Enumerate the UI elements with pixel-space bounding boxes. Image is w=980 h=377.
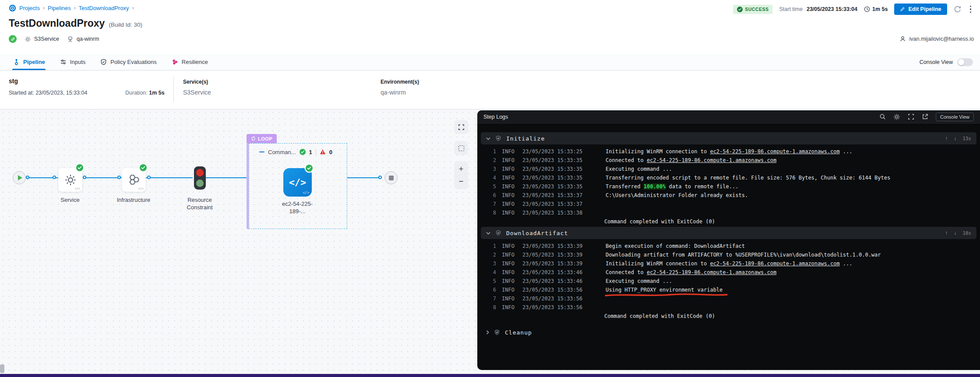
console-view-toggle[interactable]: [957, 58, 973, 66]
section-name: Cleanup: [505, 329, 532, 336]
log-timestamp: 23/05/2023 15:33:46: [522, 278, 584, 284]
log-text: Executing command ...: [606, 278, 672, 284]
refresh-icon[interactable]: [954, 5, 962, 13]
resilience-icon: [172, 59, 178, 65]
log-footer: Command completed with ExitCode (0): [477, 217, 980, 226]
hexagons-icon: [128, 174, 140, 186]
more-options-icon[interactable]: [968, 5, 973, 14]
log-search-icon[interactable]: [879, 113, 886, 120]
scroll-up-icon[interactable]: ↑: [945, 135, 948, 141]
log-timestamp: 23/05/2023 15:33:35: [522, 175, 584, 181]
log-message: Connected to ec2-54-225-189-86.compute-1…: [606, 157, 776, 163]
log-lines: 1INFO23/05/2023 15:33:39Begin execution …: [477, 239, 980, 312]
tags-row: S3Service qa-winrm: [9, 35, 99, 43]
edge-dot: [53, 176, 56, 179]
log-timestamp: 23/05/2023 15:33:46: [522, 269, 584, 275]
log-line-number: 1: [477, 148, 496, 155]
log-level: INFO: [502, 269, 515, 275]
log-text: Using HTTP_PROXY environment variable: [606, 287, 723, 293]
section-duration: 18s: [962, 230, 971, 236]
log-level: INFO: [502, 175, 515, 181]
log-fullscreen-icon[interactable]: [908, 113, 914, 120]
log-section-header-downloadartifact[interactable]: DownloadArtifact↑↓18s: [481, 227, 976, 239]
pipeline-icon: [13, 59, 20, 65]
scroll-down-icon[interactable]: ↓: [954, 135, 956, 141]
log-lines: 1INFO23/05/2023 15:33:25Initializing Win…: [477, 144, 980, 217]
resource-constraint-label: Resource Constraint: [174, 196, 225, 211]
log-line-number: 2: [477, 252, 496, 258]
tab-inputs[interactable]: Inputs: [60, 59, 85, 65]
start-time-label: Start time: [779, 6, 803, 12]
log-line-number: 2: [477, 157, 496, 163]
log-line: 4INFO23/05/2023 15:33:46Connected to ec2…: [477, 268, 980, 277]
tab-policy-evaluations[interactable]: Policy Evaluations: [100, 59, 157, 65]
collapse-minus-icon[interactable]: [259, 152, 264, 153]
tab-resilience[interactable]: Resilience: [172, 59, 208, 65]
console-view-button[interactable]: Console View: [936, 113, 974, 121]
environment-tag: qa-winrm: [67, 36, 99, 42]
fit-to-screen-button[interactable]: [454, 120, 468, 134]
edge: [206, 177, 247, 178]
log-timestamp: 23/05/2023 15:33:37: [522, 192, 584, 198]
log-link[interactable]: ec2-54-225-189-86.compute-1.amazonaws.co…: [710, 261, 839, 267]
shield-check-icon: [495, 230, 501, 236]
log-text: Downloading artifact from ARTIFACTORY to…: [606, 252, 881, 258]
infrastructure-step-node[interactable]: </>: [122, 168, 146, 192]
log-line-number: 5: [477, 278, 496, 284]
breadcrumb-pipelines[interactable]: Pipelines: [48, 5, 71, 11]
log-link[interactable]: ec2-54-225-189-86.compute-1.amazonaws.co…: [647, 269, 776, 275]
log-level: INFO: [502, 192, 515, 198]
scroll-down-icon[interactable]: ↓: [954, 230, 956, 236]
command-step-node[interactable]: </> </>: [283, 168, 312, 197]
chevron-down-icon[interactable]: [486, 232, 490, 235]
service-tag: S3Service: [25, 36, 59, 42]
chevron-down-icon[interactable]: [486, 137, 490, 140]
log-line-number: 7: [477, 201, 496, 207]
page-title: TestDownloadProxy: [9, 18, 105, 29]
log-section-header-initialize[interactable]: Initialize↑↓13s: [481, 132, 976, 144]
log-level: INFO: [502, 261, 515, 267]
zoom-out-button[interactable]: −: [459, 177, 464, 185]
warning-count-icon: [320, 149, 326, 155]
loop-badge: LOOP: [247, 134, 277, 143]
service-step-node[interactable]: </>: [58, 168, 82, 192]
breadcrumb-separator: ›: [132, 5, 134, 11]
scroll-up-icon[interactable]: ↑: [945, 230, 948, 236]
breadcrumb: Projects › Pipelines › TestDownloadProxy…: [9, 4, 134, 12]
log-text: ...: [840, 261, 853, 267]
zoom-in-button[interactable]: +: [459, 165, 464, 173]
log-line: 8INFO23/05/2023 15:33:56: [477, 303, 980, 312]
edit-pipeline-button[interactable]: Edit Pipeline: [894, 4, 947, 15]
log-level: INFO: [502, 183, 515, 190]
gear-icon: [64, 174, 77, 186]
clock-icon: [864, 6, 870, 12]
breadcrumb-pipeline-name[interactable]: TestDownloadProxy: [79, 5, 129, 11]
edge-dot: [26, 176, 29, 179]
log-line-number: 4: [477, 175, 496, 181]
step-type-glyph: </>: [74, 187, 80, 190]
scrollbar-thumb[interactable]: [0, 364, 4, 373]
log-settings-icon[interactable]: [893, 113, 900, 120]
log-section-header-cleanup[interactable]: Cleanup: [481, 327, 976, 338]
log-timestamp: 23/05/2023 15:33:56: [522, 304, 584, 310]
resource-constraint-node[interactable]: [194, 166, 206, 190]
active-tab-underline: [12, 69, 46, 70]
infrastructure-node-label: Infrastructure: [109, 196, 158, 204]
log-link[interactable]: ec2-54-225-189-86.compute-1.amazonaws.co…: [710, 148, 839, 155]
log-line-number: 6: [477, 192, 496, 198]
code-icon: </>: [289, 177, 307, 188]
tab-pipeline[interactable]: Pipeline: [13, 59, 45, 65]
chevron-right-icon[interactable]: [486, 330, 489, 335]
command-group-row[interactable]: Comman... 1 0: [259, 148, 332, 155]
pipeline-canvas: </> Service </> Infrastructure Resource …: [0, 109, 980, 377]
log-link[interactable]: ec2-54-225-189-86.compute-1.amazonaws.co…: [647, 157, 776, 163]
play-icon: [18, 175, 22, 180]
marquee-select-button[interactable]: [454, 141, 468, 155]
stage-name: stg: [9, 78, 18, 85]
environments-label: Environment(s): [381, 79, 419, 85]
breadcrumb-projects[interactable]: Projects: [19, 5, 40, 11]
log-line-number: 7: [477, 296, 496, 302]
log-external-link-icon[interactable]: [922, 113, 928, 120]
user-email: ivan.mijailovic@harness.io: [899, 35, 974, 42]
duration-badge: 1m 5s: [864, 6, 888, 12]
